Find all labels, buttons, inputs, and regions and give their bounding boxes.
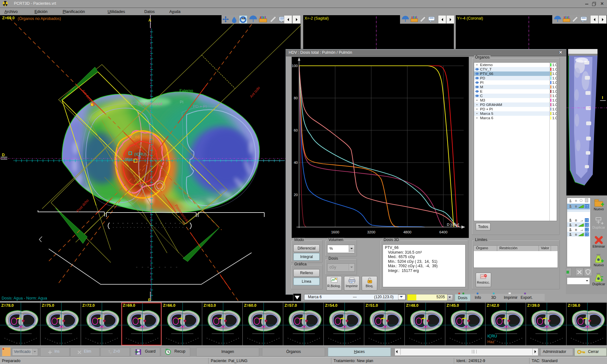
svg-text:80: 80 (294, 96, 298, 100)
svg-text:A: A (148, 18, 151, 22)
svg-text:B: B (575, 219, 577, 222)
svg-text:AB: AB (241, 17, 245, 20)
svg-text:PTV_66: PTV_66 (125, 135, 140, 139)
svg-text:PD + PI: PD + PI (193, 104, 207, 109)
svg-text:3200: 3200 (367, 230, 375, 234)
svg-text:E: E (164, 157, 167, 162)
svg-text:Externo: Externo (179, 89, 193, 93)
svg-text:PD GRAHAM: PD GRAHAM (138, 102, 162, 106)
svg-text:6400: 6400 (439, 230, 447, 234)
svg-text:(ICRU): (ICRU) (134, 152, 147, 157)
svg-text:B: B (575, 233, 577, 236)
svg-text:1600: 1600 (331, 230, 339, 234)
svg-text:Max: Max (125, 157, 133, 162)
svg-text:4800: 4800 (403, 230, 411, 234)
svg-text:CTV_T: CTV_T (129, 144, 142, 148)
svg-text:PI: PI (180, 100, 184, 104)
svg-text:D: D (2, 153, 5, 157)
svg-text:I: I (602, 95, 603, 100)
svg-text:B: B (575, 224, 577, 227)
svg-text:Dosis: Agua - Norm: Agua: Dosis: Agua - Norm: Agua (2, 296, 47, 300)
svg-text:20: 20 (294, 193, 298, 197)
svg-text:B: B (575, 205, 577, 208)
svg-text:B: B (575, 199, 577, 202)
svg-text:60: 60 (294, 128, 298, 132)
svg-text:PD: PD (131, 101, 136, 106)
svg-text:D [cGy]: D [cGy] (447, 223, 459, 226)
svg-text:M3: M3 (158, 177, 164, 181)
svg-text:B: B (575, 228, 577, 231)
svg-text:40: 40 (294, 161, 298, 164)
svg-text:100: 100 (292, 64, 298, 68)
